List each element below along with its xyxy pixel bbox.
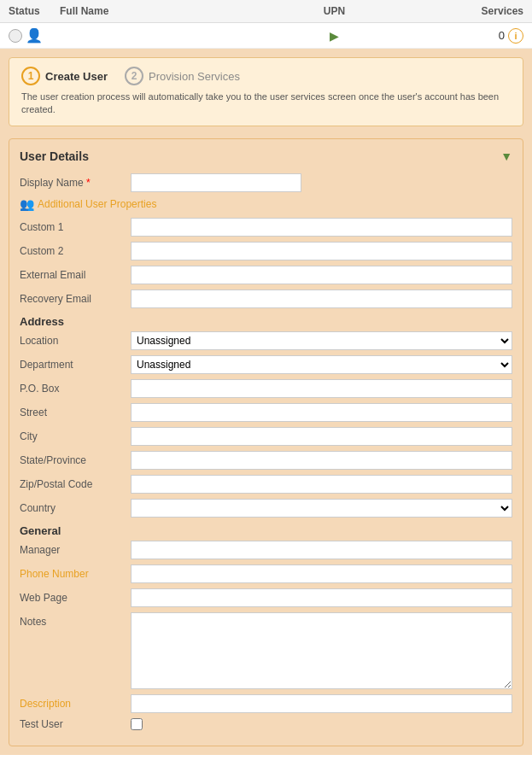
webpage-row: Web Page [20, 588, 512, 607]
state-input[interactable] [131, 451, 512, 470]
phone-row: Phone Number [20, 564, 512, 583]
custom1-label: Custom 1 [20, 221, 131, 233]
manager-label: Manager [20, 544, 131, 556]
test-user-checkbox[interactable] [131, 718, 143, 730]
display-name-row: Display Name [20, 173, 512, 192]
description-label: Description [20, 698, 131, 710]
address-heading: Address [20, 315, 512, 328]
custom2-row: Custom 2 [20, 242, 512, 260]
city-label: City [20, 430, 131, 442]
city-row: City [20, 427, 512, 446]
notes-textarea[interactable] [131, 612, 512, 689]
notes-row: Notes [20, 612, 512, 689]
street-row: Street [20, 403, 512, 422]
step1-label: Create User [45, 70, 108, 83]
main-content: 1 Create User 2 Provision Services The u… [0, 49, 532, 755]
external-email-input[interactable] [131, 266, 512, 284]
user-details-panel: User Details ▼ Display Name 👥 Additional… [9, 138, 523, 746]
location-select[interactable]: Unassigned [131, 331, 512, 350]
step2-label: Provision Services [149, 70, 240, 83]
display-name-label: Display Name [20, 177, 131, 189]
notes-label: Notes [20, 612, 131, 628]
department-select[interactable]: Unassigned [131, 355, 512, 374]
department-label: Department [20, 359, 131, 371]
table-header: Status Full Name UPN Services [0, 0, 532, 23]
street-label: Street [20, 407, 131, 418]
play-icon[interactable]: ▶ [330, 29, 339, 43]
custom1-input[interactable] [131, 218, 512, 237]
panel-toggle-icon[interactable]: ▼ [500, 149, 512, 163]
phone-label: Phone Number [20, 568, 131, 580]
test-user-row: Test User [20, 718, 512, 730]
wizard-steps: 1 Create User 2 Provision Services [21, 67, 511, 85]
services-count: 0 [499, 29, 505, 42]
po-box-row: P.O. Box [20, 379, 512, 398]
table-row: 👤 ▶ 0 i [0, 23, 532, 49]
person-icon: 👤 [26, 27, 43, 44]
po-box-label: P.O. Box [20, 383, 131, 395]
general-heading: General [20, 524, 512, 537]
location-row: Location Unassigned [20, 331, 512, 350]
custom1-row: Custom 1 [20, 218, 512, 237]
webpage-input[interactable] [131, 588, 512, 607]
state-label: State/Province [20, 454, 131, 466]
status-circle-icon [9, 29, 22, 43]
street-input[interactable] [131, 403, 512, 422]
recovery-email-row: Recovery Email [20, 290, 512, 308]
recovery-email-label: Recovery Email [20, 293, 131, 305]
header-services: Services [455, 5, 523, 17]
country-label: Country [20, 502, 131, 514]
custom2-input[interactable] [131, 242, 512, 260]
display-name-input[interactable] [131, 173, 301, 192]
wizard-step-1: 1 Create User [21, 67, 108, 85]
header-fullname: Full Name [60, 5, 213, 17]
additional-user-properties-link[interactable]: Additional User Properties [38, 198, 156, 210]
header-status: Status [9, 5, 60, 17]
manager-row: Manager [20, 541, 512, 559]
zip-input[interactable] [131, 475, 512, 494]
recovery-email-input[interactable] [131, 290, 512, 308]
panel-title: User Details [20, 149, 89, 163]
step1-number: 1 [21, 67, 40, 85]
panel-header: User Details ▼ [20, 149, 512, 163]
external-email-row: External Email [20, 266, 512, 284]
services-cell: 0 i [455, 28, 523, 44]
test-user-label: Test User [20, 718, 131, 730]
custom2-label: Custom 2 [20, 245, 131, 257]
country-row: Country [20, 499, 512, 518]
state-row: State/Province [20, 451, 512, 470]
phone-input[interactable] [131, 564, 512, 583]
additional-props-row: 👥 Additional User Properties [20, 197, 512, 211]
external-email-label: External Email [20, 269, 131, 281]
city-input[interactable] [131, 427, 512, 446]
user-properties-icon: 👥 [20, 197, 34, 211]
po-box-input[interactable] [131, 379, 512, 398]
zip-label: Zip/Postal Code [20, 478, 131, 490]
header-upn: UPN [213, 5, 455, 17]
description-row: Description [20, 694, 512, 713]
country-select[interactable] [131, 499, 512, 518]
zip-row: Zip/Postal Code [20, 475, 512, 494]
info-icon[interactable]: i [508, 28, 523, 44]
upn-cell: ▶ [213, 29, 455, 43]
description-input[interactable] [131, 694, 512, 713]
status-cell: 👤 [9, 27, 60, 44]
webpage-label: Web Page [20, 592, 131, 604]
location-label: Location [20, 335, 131, 347]
wizard-step-2: 2 Provision Services [125, 67, 240, 85]
department-row: Department Unassigned [20, 355, 512, 374]
manager-input[interactable] [131, 541, 512, 559]
wizard-description: The user creation process will automatic… [21, 91, 511, 117]
step2-number: 2 [125, 67, 143, 85]
wizard-banner: 1 Create User 2 Provision Services The u… [9, 57, 523, 126]
